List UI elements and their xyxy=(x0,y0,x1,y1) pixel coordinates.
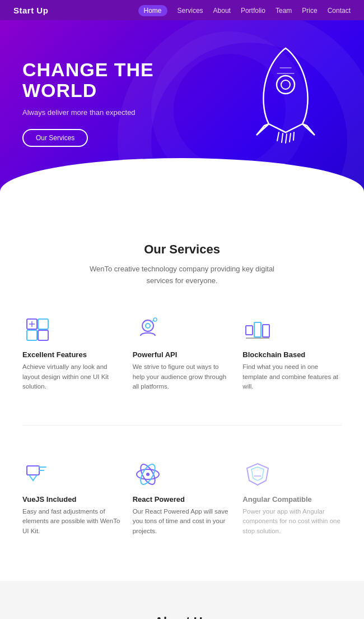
service-card-features: Excellent Features Achieve virtually any… xyxy=(22,309,122,397)
about-header: About Us WenTo creative technology compa… xyxy=(22,615,342,619)
services-title: Our Services xyxy=(22,242,342,257)
service-card-blockchain: Blockchain Based Find what you need in o… xyxy=(242,309,342,397)
svg-point-1 xyxy=(281,80,290,89)
service-card-react: React Powered Our React Powered App will… xyxy=(133,454,232,542)
nav-links: Home Services About Portfolio Team Price… xyxy=(138,5,351,15)
api-icon xyxy=(133,315,163,345)
svg-point-16 xyxy=(153,318,157,321)
features-desc: Achieve virtually any look and layout de… xyxy=(22,362,122,391)
svg-rect-8 xyxy=(38,319,48,329)
blockchain-icon xyxy=(242,315,273,345)
vuejs-icon xyxy=(22,459,53,489)
svg-line-5 xyxy=(290,133,291,142)
angular-title: Angular Compatible xyxy=(242,495,342,503)
nav-link-home[interactable]: Home xyxy=(138,5,167,16)
nav-item-services[interactable]: Services xyxy=(178,5,203,15)
about-title: About Us xyxy=(22,615,342,619)
navbar: Start Up Home Services About Portfolio T… xyxy=(0,0,364,20)
svg-line-3 xyxy=(282,133,283,142)
logo: Start Up xyxy=(13,6,48,15)
nav-link-services[interactable]: Services xyxy=(178,7,203,15)
features-title: Excellent Features xyxy=(22,350,122,359)
nav-link-price[interactable]: Price xyxy=(302,7,317,15)
nav-link-about[interactable]: About xyxy=(213,7,231,15)
svg-line-4 xyxy=(286,134,287,143)
nav-item-team[interactable]: Team xyxy=(276,5,292,15)
svg-point-14 xyxy=(146,324,150,328)
svg-rect-18 xyxy=(254,322,261,337)
nav-item-contact[interactable]: Contact xyxy=(328,5,351,15)
nav-link-team[interactable]: Team xyxy=(276,7,292,15)
services-subtitle: WenTo creative technology company provid… xyxy=(81,264,283,287)
vuejs-title: VueJS Included xyxy=(22,495,122,503)
nav-link-contact[interactable]: Contact xyxy=(328,7,351,15)
services-section: Our Services WenTo creative technology c… xyxy=(0,209,364,564)
react-title: React Powered xyxy=(133,495,232,503)
nav-item-home[interactable]: Home xyxy=(138,5,167,15)
rocket-illustration xyxy=(241,43,330,146)
about-section: About Us WenTo creative technology compa… xyxy=(0,581,364,619)
nav-item-price[interactable]: Price xyxy=(302,5,317,15)
react-icon xyxy=(133,459,163,489)
svg-rect-17 xyxy=(246,326,253,335)
api-desc: We strive to figure out ways to help you… xyxy=(133,362,232,391)
services-grid: Excellent Features Achieve virtually any… xyxy=(22,309,342,542)
angular-desc: Power your app with Angular components f… xyxy=(242,507,342,536)
services-row-divider xyxy=(22,425,342,426)
hero-section: CHANGE THE WORLD Always deliver more tha… xyxy=(0,20,364,192)
service-card-angular: Angular Compatible Power your app with A… xyxy=(242,454,342,542)
react-desc: Our React Powered App will save you tons… xyxy=(133,507,232,536)
svg-point-27 xyxy=(146,473,150,476)
blockchain-desc: Find what you need in one template and c… xyxy=(242,362,342,391)
vuejs-desc: Easy and fast adjustments of elements ar… xyxy=(22,507,122,536)
nav-item-portfolio[interactable]: Portfolio xyxy=(241,5,265,15)
svg-rect-10 xyxy=(38,330,48,340)
nav-link-portfolio[interactable]: Portfolio xyxy=(241,7,265,15)
svg-rect-21 xyxy=(27,466,39,475)
service-card-vuejs: VueJS Included Easy and fast adjustments… xyxy=(22,454,122,542)
svg-marker-29 xyxy=(251,467,264,481)
svg-point-0 xyxy=(277,76,295,94)
svg-line-6 xyxy=(293,132,294,140)
nav-item-about[interactable]: About xyxy=(213,5,231,15)
angular-icon xyxy=(242,459,273,489)
hero-cta-button[interactable]: Our Services xyxy=(22,129,88,147)
blockchain-title: Blockchain Based xyxy=(242,350,342,359)
features-icon xyxy=(22,315,53,345)
service-card-api: Powerful API We strive to figure out way… xyxy=(133,309,232,397)
svg-line-2 xyxy=(277,132,279,141)
svg-rect-19 xyxy=(263,325,269,337)
svg-rect-9 xyxy=(27,330,37,340)
api-title: Powerful API xyxy=(133,350,232,359)
